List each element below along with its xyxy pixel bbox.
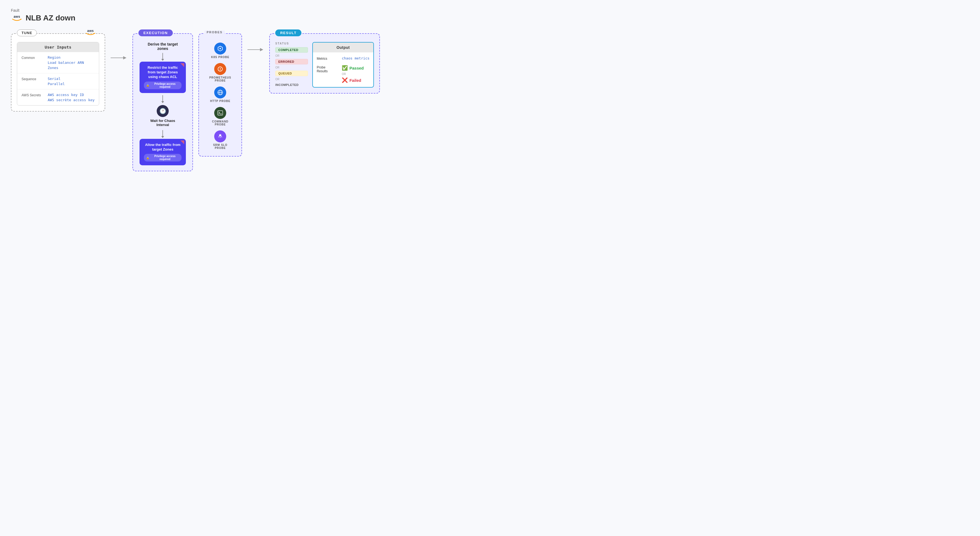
srm-probe-icon [214, 131, 226, 142]
tune-badge: TUNE [17, 29, 37, 36]
aws-smile-icon [12, 19, 22, 21]
arrow-down-3 [162, 130, 163, 137]
failed-label: Failed [349, 78, 361, 83]
common-label: Common [22, 55, 43, 70]
http-icon [217, 89, 223, 96]
prometheus-probe-icon [214, 63, 226, 75]
command-icon [217, 110, 223, 116]
input-group-common: Common Region Load balancer ARN Zones [17, 52, 99, 73]
srm-probe-name: SRM SLOPROBE [213, 144, 228, 150]
output-box: Output Metrics chaos metrics ProbeResult… [312, 42, 374, 88]
svg-marker-4 [180, 140, 184, 144]
probes-section: PROBES K8S PROBE PROMET [199, 33, 242, 156]
aws-logo: aws [11, 15, 23, 21]
input-group-aws-secrets: AWS Secrets AWS access key ID AWS secrèt… [17, 89, 99, 105]
command-probe-item: COMMANDPROBE [212, 107, 228, 126]
wait-label: Wait for ChaosInterval [150, 119, 175, 127]
status-incompleted-badge: INCOMPLETED [275, 82, 308, 87]
restrict-privilege-badge: 🔒 Privilege access required [144, 81, 181, 89]
corner-accent-2 [180, 140, 184, 144]
sequence-items: Serial Parallel [48, 77, 65, 86]
or-label-3: OR [275, 78, 308, 81]
probes-to-result-arrow [247, 33, 264, 53]
aws-secrets-label: AWS Secrets [22, 93, 43, 102]
tune-section: TUNE aws User Inputs Common Region Load … [11, 33, 105, 112]
status-completed-badge: COMPLETED [275, 47, 308, 53]
svg-rect-9 [218, 111, 223, 115]
aws-secret-access-key-item[interactable]: AWS secrète access key [48, 98, 95, 102]
lock-icon-1: 🔒 [146, 84, 150, 87]
status-column: STATUS COMPLETED OR ERRORED OR QUEUED OR… [275, 42, 308, 88]
probe-results-values: ✅ Passed OR ❌ Failed [342, 65, 364, 83]
or-label-1: OR [275, 54, 308, 57]
user-inputs-body: Common Region Load balancer ARN Zones Se… [17, 52, 99, 105]
passed-label: Passed [349, 66, 364, 70]
user-inputs-box: User Inputs Common Region Load balancer … [17, 42, 99, 105]
x-circle-icon: ❌ [342, 77, 348, 83]
http-probe-icon [214, 86, 226, 99]
status-section-label: STATUS [275, 42, 308, 45]
aws-logo-tune: aws [84, 29, 97, 35]
serial-item[interactable]: Serial [48, 77, 65, 81]
allow-privilege-text: Privilege access required [150, 155, 179, 161]
exec-flow: Derive the targetzones Restrict the traf… [140, 42, 186, 165]
or-label-result: OR [342, 73, 364, 75]
metrics-row: Metrics chaos metrics [317, 56, 369, 61]
command-probe-name: COMMANDPROBE [212, 120, 228, 126]
result-section: RESULT STATUS COMPLETED OR ERRORED OR QU… [269, 33, 380, 94]
corner-flag-icon [180, 63, 184, 67]
svg-point-5 [220, 48, 221, 49]
arrow-right-2-icon [247, 47, 264, 53]
svg-marker-3 [180, 63, 184, 67]
metrics-value: chaos metrics [342, 56, 369, 60]
restrict-privilege-text: Privilege access required [150, 82, 179, 88]
failed-result: ❌ Failed [342, 77, 364, 83]
probes-list: K8S PROBE PROMETHEUSPROBE [204, 43, 236, 150]
restrict-traffic-title: Restrict the trafficfrom target Zonesusi… [144, 65, 181, 80]
tune-to-execution-arrow [111, 33, 127, 61]
srm-icon [217, 133, 223, 140]
status-queued-badge: QUEUED [275, 71, 308, 76]
corner-flag-icon-2 [180, 140, 184, 144]
load-balancer-arn-item[interactable]: Load balancer ARN [48, 61, 84, 65]
check-icon: ✅ [342, 65, 348, 71]
clock-icon: 🕐 [157, 105, 169, 117]
restrict-traffic-box: Restrict the trafficfrom target Zonesusi… [140, 62, 186, 93]
passed-result: ✅ Passed [342, 65, 364, 71]
result-inner: STATUS COMPLETED OR ERRORED OR QUEUED OR… [275, 42, 374, 88]
k8s-icon [217, 45, 223, 52]
execution-badge: EXECUTION [138, 29, 172, 36]
prometheus-probe-name: PROMETHEUSPROBE [209, 76, 231, 82]
srm-slo-probe-item: SRM SLOPROBE [213, 131, 228, 150]
k8s-probe-item: K8S PROBE [211, 43, 229, 59]
http-probe-name: HTTP PROBE [210, 100, 230, 102]
result-badge: RESULT [275, 29, 301, 36]
k8s-probe-name: K8S PROBE [211, 56, 229, 59]
wait-step: 🕐 Wait for ChaosInterval [150, 105, 175, 127]
sequence-label: Sequence [22, 77, 43, 86]
lock-icon-2: 🔒 [146, 156, 150, 159]
allow-traffic-box: Allow the traffic fromtarget Zones 🔒 Pri… [140, 139, 186, 166]
http-probe-item: HTTP PROBE [210, 86, 230, 102]
arrow-down-2 [162, 95, 163, 102]
parallel-item[interactable]: Parallel [48, 82, 65, 86]
fault-label: Fault [11, 8, 479, 13]
page-title-container: aws NLB AZ down [11, 14, 479, 22]
aws-secrets-items: AWS access key ID AWS secrète access key [48, 93, 95, 102]
corner-accent-1 [180, 63, 184, 67]
region-item[interactable]: Region [48, 55, 84, 59]
output-header: Output [313, 43, 373, 53]
allow-traffic-title: Allow the traffic fromtarget Zones [144, 143, 181, 152]
prometheus-icon [217, 66, 223, 72]
zones-item[interactable]: Zones [48, 66, 84, 70]
allow-privilege-badge: 🔒 Privilege access required [144, 154, 181, 161]
main-layout: TUNE aws User Inputs Common Region Load … [11, 33, 479, 171]
command-probe-icon [214, 107, 226, 119]
aws-smile-tune-icon [86, 33, 95, 35]
aws-access-key-id-item[interactable]: AWS access key ID [48, 93, 95, 97]
derive-zones-label: Derive the targetzones [148, 42, 178, 51]
execution-section: EXECUTION Derive the targetzones Restric… [132, 33, 193, 171]
page-title: NLB AZ down [25, 14, 75, 22]
prometheus-probe-item: PROMETHEUSPROBE [209, 63, 231, 82]
status-errored-badge: ERRORED [275, 59, 308, 64]
